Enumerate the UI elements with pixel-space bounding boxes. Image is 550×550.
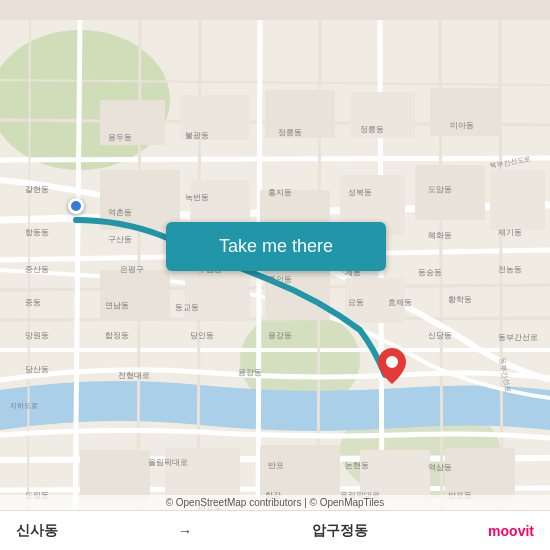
svg-text:홍지동: 홍지동 bbox=[268, 188, 292, 197]
svg-rect-29 bbox=[100, 270, 170, 320]
svg-rect-30 bbox=[185, 275, 250, 320]
svg-text:불광동: 불광동 bbox=[185, 131, 209, 140]
svg-text:성북동: 성북동 bbox=[348, 188, 372, 197]
svg-text:당산동: 당산동 bbox=[25, 365, 49, 374]
svg-text:동교동: 동교동 bbox=[175, 303, 199, 312]
svg-text:정릉동: 정릉동 bbox=[360, 125, 384, 134]
svg-text:용두동: 용두동 bbox=[108, 133, 132, 142]
svg-text:용강동: 용강동 bbox=[238, 368, 262, 377]
svg-point-99 bbox=[386, 356, 398, 368]
svg-text:통인동: 통인동 bbox=[268, 275, 292, 284]
map-attribution: © OpenStreetMap contributors | © OpenMap… bbox=[0, 495, 550, 510]
svg-rect-23 bbox=[100, 170, 180, 230]
svg-text:신당동: 신당동 bbox=[428, 331, 452, 340]
svg-text:황학동: 황학동 bbox=[448, 295, 472, 304]
destination-marker bbox=[378, 348, 406, 388]
svg-text:용강동: 용강동 bbox=[268, 331, 292, 340]
svg-text:항동동: 항동동 bbox=[25, 228, 49, 237]
take-me-there-button[interactable]: Take me there bbox=[166, 222, 386, 271]
svg-text:중동: 중동 bbox=[25, 298, 41, 307]
svg-rect-28 bbox=[490, 170, 545, 230]
svg-text:미아동: 미아동 bbox=[450, 121, 474, 130]
moovit-text: moovit bbox=[488, 523, 534, 539]
svg-text:동부간선로: 동부간선로 bbox=[498, 333, 538, 342]
origin-label: 신사동 bbox=[16, 522, 58, 540]
svg-text:녹번동: 녹번동 bbox=[185, 193, 209, 202]
svg-text:중산동: 중산동 bbox=[25, 265, 49, 274]
svg-text:한강: 한강 bbox=[268, 403, 284, 412]
origin-marker bbox=[68, 198, 84, 214]
svg-text:묘동: 묘동 bbox=[348, 298, 364, 307]
map-container: 용두동 불광동 정릉동 정릉동 미아동 갈현동 역촌동 녹번동 홍지동 성북동 … bbox=[0, 0, 550, 550]
moovit-logo: moovit bbox=[488, 523, 534, 539]
svg-text:논현동: 논현동 bbox=[345, 461, 369, 470]
svg-text:동숭동: 동숭동 bbox=[418, 268, 442, 277]
svg-text:망원동: 망원동 bbox=[25, 331, 49, 340]
svg-text:한강: 한강 bbox=[410, 405, 426, 414]
svg-text:효제동: 효제동 bbox=[388, 298, 412, 307]
svg-text:역촌동: 역촌동 bbox=[108, 208, 132, 217]
svg-text:혜화동: 혜화동 bbox=[428, 231, 452, 240]
svg-rect-38 bbox=[80, 450, 150, 500]
svg-text:제기동: 제기동 bbox=[498, 228, 522, 237]
svg-rect-39 bbox=[165, 448, 240, 500]
svg-text:역삼동: 역삼동 bbox=[428, 463, 452, 472]
svg-text:구산동: 구산동 bbox=[108, 235, 132, 244]
svg-text:연남동: 연남동 bbox=[105, 301, 129, 310]
svg-text:지하도로: 지하도로 bbox=[10, 402, 38, 409]
destination-label: 압구정동 bbox=[312, 522, 368, 540]
svg-text:갈현동: 갈현동 bbox=[25, 185, 49, 194]
svg-text:전형대로: 전형대로 bbox=[118, 371, 150, 380]
svg-text:한강: 한강 bbox=[110, 401, 126, 410]
svg-text:반포: 반포 bbox=[268, 461, 284, 470]
svg-text:당인동: 당인동 bbox=[190, 331, 214, 340]
svg-text:정릉동: 정릉동 bbox=[278, 128, 302, 137]
svg-text:합정동: 합정동 bbox=[105, 331, 129, 340]
bottom-bar: 신사동 → 압구정동 moovit bbox=[0, 510, 550, 550]
svg-text:은평구: 은평구 bbox=[120, 265, 144, 274]
svg-text:전농동: 전농동 bbox=[498, 265, 522, 274]
svg-line-17 bbox=[258, 20, 260, 530]
svg-line-8 bbox=[0, 158, 550, 160]
svg-text:올림픽대로: 올림픽대로 bbox=[148, 458, 188, 467]
map-background: 용두동 불광동 정릉동 정릉동 미아동 갈현동 역촌동 녹번동 홍지동 성북동 … bbox=[0, 0, 550, 550]
svg-text:도암동: 도암동 bbox=[428, 185, 452, 194]
route-arrow: → bbox=[178, 523, 192, 539]
